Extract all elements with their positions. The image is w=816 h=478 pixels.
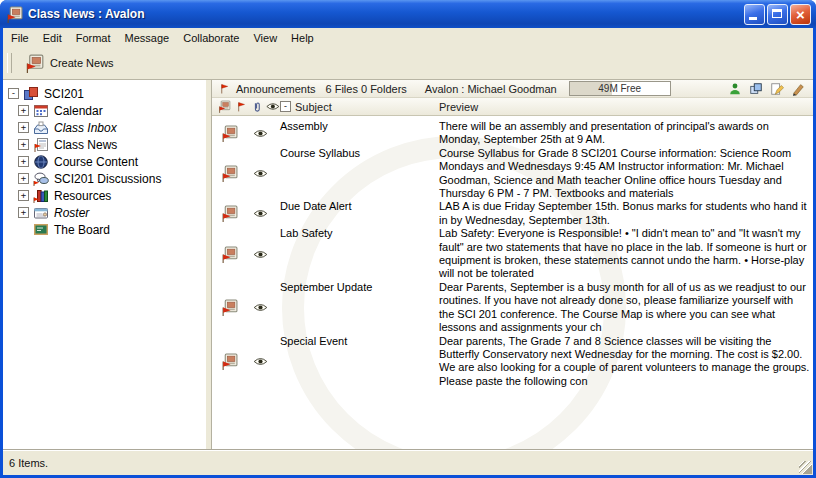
tree-item-label: Class Inbox: [54, 121, 117, 135]
tree-root-sci201[interactable]: SCI201: [3, 85, 205, 102]
panel-splitter[interactable]: [205, 80, 212, 449]
announcements-panel: Announcements 6 Files 0 Folders Avalon :…: [212, 80, 813, 449]
message-icon: [221, 165, 238, 182]
tree-item-label: Roster: [54, 206, 89, 220]
inbox-icon: [33, 120, 49, 136]
discussions-icon: [33, 171, 49, 187]
tree-item-label: Calendar: [54, 104, 103, 118]
sidebar-item-course-content[interactable]: Course Content: [3, 153, 205, 170]
sidebar-item-resources[interactable]: Resources: [3, 187, 205, 204]
close-button[interactable]: [790, 4, 811, 25]
column-header-eye-icon[interactable]: [266, 102, 280, 111]
message-subject[interactable]: Course Syllabus: [280, 147, 439, 201]
expand-icon[interactable]: [18, 156, 29, 167]
message-row[interactable]: Due Date Alert LAB A is due Friday Septe…: [212, 200, 813, 227]
tree-item-label: Class News: [54, 138, 117, 152]
compose-icon[interactable]: [770, 82, 784, 96]
roster-card-icon: [33, 205, 49, 221]
subject-column-label: Subject: [295, 101, 332, 113]
message-subject[interactable]: Due Date Alert: [280, 200, 439, 227]
resize-grip[interactable]: [799, 461, 812, 474]
message-row[interactable]: September Update Dear Parents, September…: [212, 281, 813, 335]
expand-icon[interactable]: [18, 207, 29, 218]
globe-icon: [33, 154, 49, 170]
toolbar: Create News: [3, 47, 813, 80]
app-window: Class News : Avalon File Edit Format Mes…: [0, 0, 816, 478]
column-header-row: Subject Preview: [212, 98, 813, 116]
toolbar-grip[interactable]: [7, 53, 12, 73]
sidebar-item-class-news[interactable]: Class News: [3, 136, 205, 153]
message-icon: [221, 205, 238, 222]
folder-tree: SCI201 Calendar Class Inbox: [3, 80, 205, 449]
sidebar-item-sci201-discussions[interactable]: SCI201 Discussions: [3, 170, 205, 187]
menu-item-message[interactable]: Message: [118, 30, 177, 46]
tree-item-label: SCI201: [44, 87, 84, 101]
eye-icon[interactable]: [253, 357, 268, 366]
books-icon: [33, 188, 49, 204]
column-header-preview[interactable]: Preview: [439, 101, 813, 113]
expand-icon[interactable]: [18, 105, 29, 116]
message-subject[interactable]: September Update: [280, 281, 439, 335]
column-header-subject[interactable]: Subject: [280, 101, 439, 113]
message-icon: [221, 246, 238, 263]
message-subject[interactable]: Assembly: [280, 120, 439, 147]
calendar-icon: [33, 103, 49, 119]
sidebar-item-calendar[interactable]: Calendar: [3, 102, 205, 119]
message-row[interactable]: Lab Safety Lab Safety: Everyone is Respo…: [212, 227, 813, 281]
eye-icon[interactable]: [253, 250, 268, 259]
message-preview: Lab Safety: Everyone is Responsible! • "…: [439, 227, 813, 281]
message-icon: [221, 125, 238, 142]
column-header-attachment-icon[interactable]: [251, 101, 263, 113]
status-bar: 6 Items.: [3, 450, 813, 475]
preview-column-label: Preview: [439, 101, 478, 113]
maximize-button[interactable]: [767, 4, 788, 25]
expand-icon[interactable]: [18, 190, 29, 201]
pen-icon[interactable]: [791, 82, 805, 96]
collapse-column-icon[interactable]: [280, 101, 291, 112]
eye-icon[interactable]: [253, 169, 268, 178]
message-row[interactable]: Assembly There will be an assembly and p…: [212, 120, 813, 147]
message-status-icons: [212, 281, 280, 335]
column-header-flag-icon[interactable]: [235, 101, 247, 113]
message-subject[interactable]: Special Event: [280, 335, 439, 389]
titlebar[interactable]: Class News : Avalon: [0, 0, 816, 28]
create-news-button[interactable]: Create News: [17, 52, 122, 75]
message-preview: There will be an assembly and presentati…: [439, 120, 813, 147]
board-icon: [33, 222, 49, 238]
message-list: Assembly There will be an assembly and p…: [212, 116, 813, 449]
sidebar-item-the-board[interactable]: The Board: [3, 221, 205, 238]
folder-name: Announcements: [236, 83, 316, 95]
expand-icon[interactable]: [18, 122, 29, 133]
minimize-button[interactable]: [744, 4, 765, 25]
menubar: File Edit Format Message Collaborate Vie…: [3, 28, 813, 47]
file-folder-counts: 6 Files 0 Folders: [326, 83, 407, 95]
item-count: 6 Items.: [9, 457, 48, 469]
person-icon[interactable]: [728, 82, 742, 96]
folders-icon[interactable]: [749, 82, 763, 96]
message-row[interactable]: Special Event Dear parents, The Grade 7 …: [212, 335, 813, 389]
expand-icon[interactable]: [18, 139, 29, 150]
column-header-message-icon[interactable]: [218, 100, 231, 113]
message-row[interactable]: Course Syllabus Course Syllabus for Grad…: [212, 147, 813, 201]
menu-item-edit[interactable]: Edit: [36, 30, 69, 46]
menu-item-view[interactable]: View: [246, 30, 284, 46]
eye-icon[interactable]: [253, 129, 268, 138]
message-preview: Dear parents, The Grade 7 and 8 Science …: [439, 335, 813, 389]
eye-icon[interactable]: [253, 209, 268, 218]
menu-item-help[interactable]: Help: [284, 30, 321, 46]
message-status-icons: [212, 227, 280, 281]
menu-item-format[interactable]: Format: [69, 30, 118, 46]
menu-item-collaborate[interactable]: Collaborate: [176, 30, 246, 46]
sidebar-item-class-inbox[interactable]: Class Inbox: [3, 119, 205, 136]
collapse-icon[interactable]: [8, 88, 19, 99]
sidebar-item-roster[interactable]: Roster: [3, 204, 205, 221]
conference-icon: [23, 86, 39, 102]
eye-icon[interactable]: [253, 303, 268, 312]
window-title: Class News : Avalon: [28, 7, 742, 21]
expand-icon[interactable]: [18, 173, 29, 184]
message-subject[interactable]: Lab Safety: [280, 227, 439, 281]
menu-item-file[interactable]: File: [4, 30, 36, 46]
app-body: File Edit Format Message Collaborate Vie…: [3, 28, 813, 475]
message-preview: LAB A is due Friday September 15th. Bonu…: [439, 200, 813, 227]
message-icon: [221, 299, 238, 316]
